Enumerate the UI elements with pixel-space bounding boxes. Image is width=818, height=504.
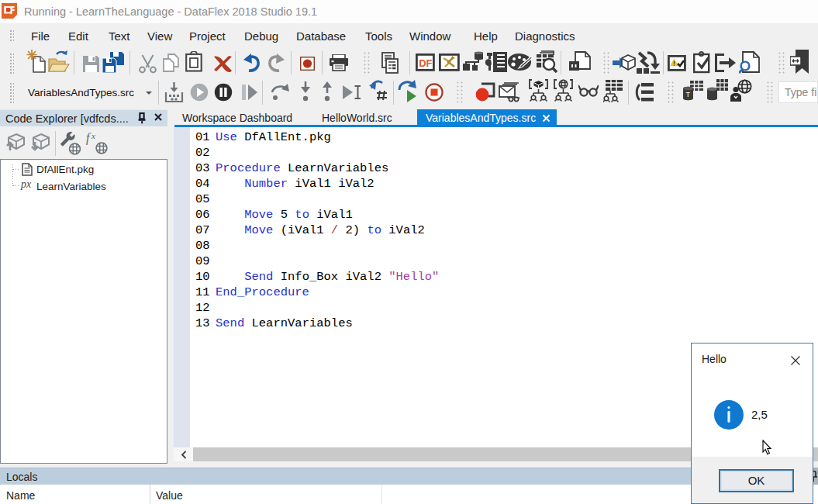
svg-text:T: T xyxy=(686,91,691,98)
svg-text:f: f xyxy=(86,131,91,145)
svg-text:x: x xyxy=(91,131,95,140)
svg-text:DF: DF xyxy=(419,57,432,69)
